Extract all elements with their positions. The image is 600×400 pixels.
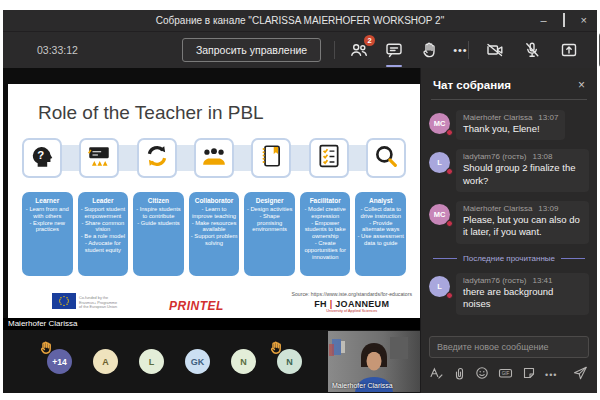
- fh-joanneum-logo: FH | JOANNEUM: [291, 299, 412, 309]
- screenshot-page: Собрание в канале "CLARISSA MAIERHOFER W…: [0, 0, 600, 400]
- role-points: - Support student empowerment - Share co…: [80, 206, 127, 254]
- role-icon-box-facilitator: [309, 138, 349, 178]
- raise-hand-icon[interactable]: [418, 39, 440, 61]
- participant-avatar[interactable]: N: [277, 349, 302, 374]
- role-name: Learner: [24, 197, 71, 204]
- chat-message: Lladytam76 (гость)13:08Should group 2 fi…: [429, 149, 589, 192]
- message-text: Thank you, Elene!: [463, 123, 558, 135]
- role-icon-box-designer: [251, 138, 291, 178]
- message-bubble: Maierhofer Clarissa13:07Thank you, Elene…: [456, 110, 565, 140]
- presence-busy-icon: [446, 292, 453, 299]
- source-text: Source: https://www.iste.org/standards/f…: [291, 291, 412, 297]
- message-bubble: ladytam76 (гость)13:41there are backgrou…: [456, 273, 589, 316]
- chat-input-area: GIF •••: [421, 332, 597, 393]
- chat-message: MCMaierhofer Clarissa13:07Thank you, Ele…: [429, 110, 589, 140]
- presenter-name-tag: Maierhofer Clarissa: [3, 318, 420, 330]
- chat-panel: Чат собрания × MCMaierhofer Clarissa13:0…: [420, 68, 597, 393]
- svg-text:GIF: GIF: [502, 371, 510, 376]
- role-card-citizen: Citizen- Inspire students to contribute …: [133, 192, 184, 276]
- participant-avatar[interactable]: A: [93, 349, 118, 374]
- message-text: Should group 2 finalize the work?: [463, 162, 582, 187]
- role-points: - Inspire students to contribute - Guide…: [135, 206, 182, 226]
- participant-avatar[interactable]: L: [139, 349, 164, 374]
- avatar: L: [429, 152, 450, 173]
- presence-busy-icon: [446, 168, 453, 175]
- message-author: Maierhofer Clarissa: [463, 204, 532, 213]
- toolbar-right: Выйти: [468, 33, 600, 67]
- role-card-analyst: Analyst- Collect data to drive instructi…: [355, 192, 406, 276]
- role-name: Leader: [80, 197, 127, 204]
- thinking-head-icon: ?: [29, 143, 55, 173]
- teams-meeting-window: Собрание в канале "CLARISSA MAIERHOFER W…: [3, 10, 597, 393]
- attach-icon[interactable]: [452, 366, 466, 384]
- role-icon-box-leader: [79, 138, 119, 178]
- svg-text:?: ?: [37, 149, 44, 161]
- avatar: L: [429, 276, 450, 297]
- format-icon[interactable]: [429, 366, 443, 384]
- role-card-leader: Leader- Support student empowerment - Sh…: [78, 192, 129, 276]
- meeting-toolbar: 03:33:12 Запросить управление 2: [3, 32, 597, 68]
- chat-close-icon[interactable]: ×: [578, 79, 585, 91]
- slide-footer: Co-funded by the Erasmus+ Programme of t…: [8, 291, 420, 313]
- message-text: Please, but you can also do it later, if…: [463, 214, 582, 239]
- send-icon[interactable]: [572, 365, 589, 385]
- emoji-icon[interactable]: [475, 366, 489, 384]
- more-options-icon[interactable]: •••: [453, 44, 468, 56]
- sticker-icon[interactable]: [522, 366, 536, 384]
- request-control-button[interactable]: Запросить управление: [182, 38, 321, 62]
- mic-off-icon[interactable]: [521, 39, 543, 61]
- message-text: there are background noises: [463, 286, 582, 311]
- eu-caption: Co-funded by the Erasmus+ Programme of t…: [79, 296, 121, 310]
- chat-icon[interactable]: [383, 39, 405, 61]
- chat-title: Чат собрания: [433, 79, 511, 91]
- participant-avatar[interactable]: N: [231, 349, 256, 374]
- role-points: - Design activities - Shape promising en…: [246, 206, 293, 233]
- input-more-icon[interactable]: •••: [545, 370, 557, 380]
- participants-badge: 2: [364, 35, 375, 46]
- raised-hand-icon: [39, 341, 53, 355]
- maximize-icon[interactable]: [563, 15, 565, 26]
- toolbar-center: Запросить управление 2: [182, 38, 468, 62]
- role-name: Designer: [246, 197, 293, 204]
- fh-joanneum-subtitle: University of Applied Sciences: [291, 309, 412, 313]
- message-time: 13:09: [538, 204, 558, 213]
- overflow-participants-chip[interactable]: +14: [47, 349, 72, 374]
- role-points: - Learn from and with others - Explore n…: [24, 206, 71, 233]
- printel-logo: PRINTEL: [169, 299, 224, 313]
- chat-header: Чат собрания ×: [421, 68, 597, 99]
- role-name: Analyst: [357, 197, 404, 204]
- avatar: MC: [429, 204, 450, 225]
- participants-bar: +14ALGKNN: [3, 330, 420, 393]
- raised-hand-icon: [269, 341, 283, 355]
- participant-avatar[interactable]: GK: [185, 349, 210, 374]
- slide-icons-row: ?: [22, 136, 406, 180]
- meeting-timer: 03:33:12: [37, 44, 78, 56]
- presentation-board-icon: [86, 143, 112, 173]
- role-icon-box-collaborator: [194, 138, 234, 178]
- chat-input[interactable]: [429, 336, 589, 358]
- message-time: 13:41: [532, 276, 552, 285]
- chat-message: MCMaierhofer Clarissa13:09Please, but yo…: [429, 201, 589, 244]
- role-card-collaborator: Collaborator- Learn to improve teaching …: [189, 192, 240, 276]
- role-points: - Learn to improve teaching - Make resou…: [191, 206, 238, 247]
- camera-off-icon[interactable]: [484, 39, 506, 61]
- window-controls: – ×: [540, 15, 597, 26]
- toolbar-divider: [334, 41, 335, 59]
- minimize-icon[interactable]: –: [540, 15, 546, 26]
- eu-flag-icon: [52, 293, 76, 313]
- roles-row: Learner- Learn from and with others - Ex…: [22, 192, 406, 276]
- magnifier-icon: [373, 143, 399, 173]
- cycle-arrows-icon: [144, 143, 170, 173]
- avatars-list: +14ALGKNN: [47, 349, 302, 374]
- toolbar-divider: [468, 41, 469, 59]
- presence-busy-icon: [446, 220, 453, 227]
- close-icon[interactable]: ×: [581, 15, 587, 26]
- participants-icon[interactable]: 2: [348, 39, 370, 61]
- self-video-tile[interactable]: Maierhofer Clarissa: [328, 331, 420, 392]
- source-group: Source: https://www.iste.org/standards/f…: [291, 291, 412, 313]
- share-screen-icon[interactable]: [558, 39, 580, 61]
- message-author: ladytam76 (гость): [463, 152, 526, 161]
- gif-icon[interactable]: GIF: [498, 366, 513, 384]
- checklist-icon: [316, 143, 342, 173]
- role-name: Facilitator: [302, 197, 349, 204]
